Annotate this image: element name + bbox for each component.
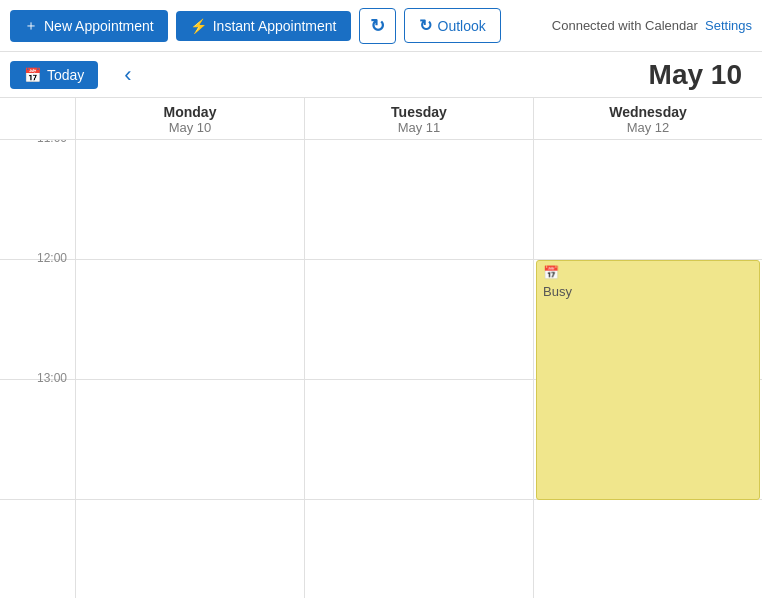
outlook-sync-icon xyxy=(419,16,432,35)
time-label-11: 11:00 xyxy=(37,140,67,145)
prev-button[interactable]: ‹ xyxy=(118,64,137,86)
day-columns: 📅 Busy xyxy=(75,140,762,598)
outlook-button[interactable]: Outlook xyxy=(404,8,501,43)
nav-arrows: ‹ xyxy=(118,64,137,86)
day-col-monday-slot-11[interactable] xyxy=(76,140,304,260)
new-appointment-label: New Appointment xyxy=(44,18,154,34)
day-col-monday[interactable] xyxy=(75,140,304,598)
prev-icon: ‹ xyxy=(124,62,131,87)
day-header-wednesday: Wednesday May 12 xyxy=(533,98,762,139)
day-name-wednesday: Wednesday xyxy=(534,104,762,120)
event-calendar-icon: 📅 xyxy=(543,265,753,280)
day-col-tuesday-slot-12[interactable] xyxy=(305,260,533,380)
plus-icon xyxy=(24,17,38,35)
day-header-tuesday: Tuesday May 11 xyxy=(304,98,533,139)
settings-link[interactable]: Settings xyxy=(705,18,752,33)
event-title: Busy xyxy=(543,284,572,299)
today-button[interactable]: Today xyxy=(10,61,98,89)
instant-appointment-label: Instant Appointment xyxy=(213,18,337,34)
day-headers: Monday May 10 Tuesday May 11 Wednesday M… xyxy=(0,98,762,140)
day-col-monday-slot-13[interactable] xyxy=(76,380,304,500)
refresh-icon xyxy=(370,15,385,37)
calendar-container: Monday May 10 Tuesday May 11 Wednesday M… xyxy=(0,98,762,598)
time-slot-13: 13:00 xyxy=(0,380,75,500)
day-col-tuesday[interactable] xyxy=(304,140,533,598)
instant-appointment-button[interactable]: Instant Appointment xyxy=(176,11,351,41)
outlook-label: Outlook xyxy=(438,18,486,34)
time-gutter-header xyxy=(0,98,75,139)
day-col-wednesday[interactable]: 📅 Busy xyxy=(533,140,762,598)
time-label-13: 13:00 xyxy=(37,371,67,385)
day-name-tuesday: Tuesday xyxy=(305,104,533,120)
day-date-tuesday: May 11 xyxy=(305,120,533,135)
time-slot-12: 12:00 xyxy=(0,260,75,380)
time-slot-11: 11:00 xyxy=(0,140,75,260)
bolt-icon xyxy=(190,18,207,34)
refresh-button[interactable] xyxy=(359,8,396,44)
day-col-tuesday-slot-13[interactable] xyxy=(305,380,533,500)
calendar-icon xyxy=(24,67,41,83)
month-label: May 10 xyxy=(649,59,752,91)
day-name-monday: Monday xyxy=(76,104,304,120)
day-date-wednesday: May 12 xyxy=(534,120,762,135)
new-appointment-button[interactable]: New Appointment xyxy=(10,10,168,42)
calendar-body: 11:00 12:00 13:00 xyxy=(0,140,762,598)
calendar-nav: Today ‹ May 10 xyxy=(0,52,762,98)
day-col-tuesday-slot-11[interactable] xyxy=(305,140,533,260)
day-date-monday: May 10 xyxy=(76,120,304,135)
day-header-monday: Monday May 10 xyxy=(75,98,304,139)
day-col-monday-slot-12[interactable] xyxy=(76,260,304,380)
time-label-12: 12:00 xyxy=(37,251,67,265)
time-column: 11:00 12:00 13:00 xyxy=(0,140,75,598)
day-col-wednesday-slot-11[interactable] xyxy=(534,140,762,260)
today-label: Today xyxy=(47,67,84,83)
toolbar: New Appointment Instant Appointment Outl… xyxy=(0,0,762,52)
connected-text: Connected with Calendar Settings xyxy=(552,18,752,33)
busy-event[interactable]: 📅 Busy xyxy=(536,260,760,500)
